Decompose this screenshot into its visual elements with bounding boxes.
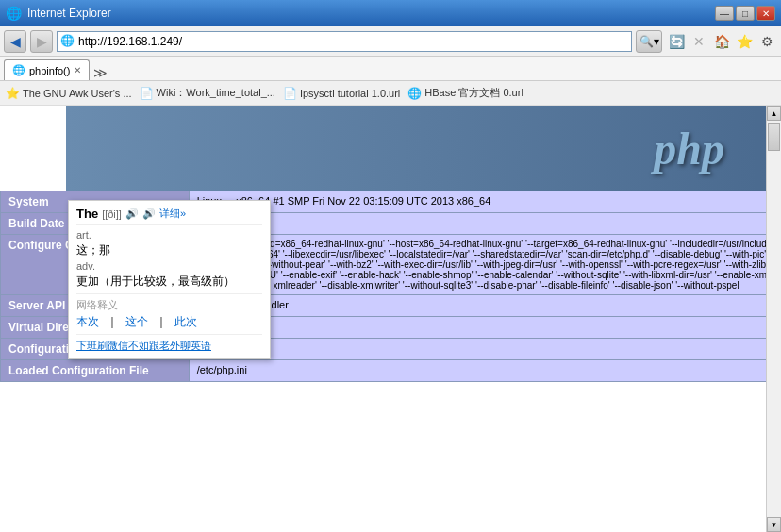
address-ie-icon: 🌐: [60, 34, 75, 47]
close-button[interactable]: ✕: [756, 6, 775, 21]
tooltip-ex-sep-1: ｜: [107, 314, 118, 330]
fav-icon-2: 📄: [283, 87, 297, 100]
tooltip-detail-link[interactable]: 详细»: [159, 207, 186, 221]
back-button[interactable]: ◀: [4, 30, 26, 53]
fav-item-2[interactable]: 📄 Ipsysctl tutorial 1.0.url: [283, 87, 400, 100]
tooltip-ex-1[interactable]: 本次: [76, 314, 99, 330]
tooltip-meaning-adv: 更加（用于比较级，最高级前）: [76, 274, 262, 290]
row-value-loaded-config: /etc/php.ini: [189, 360, 780, 382]
new-tab-button[interactable]: ≫: [91, 65, 109, 80]
row-value-server-api: Apache 2.0 Handler: [189, 295, 780, 317]
tab-phpinfo[interactable]: 🌐 phpinfo() ✕: [4, 59, 90, 80]
tab-close-button[interactable]: ✕: [74, 65, 81, 75]
tooltip-pos-adv: adv.: [76, 260, 262, 272]
fav-item-1[interactable]: 📄 Wiki：Work_time_total_...: [140, 86, 275, 100]
favorites-bar: ⭐ The GNU Awk User's ... 📄 Wiki：Work_tim…: [0, 81, 781, 106]
row-value-configure: './configure' '--build=x86_64-redhat-lin…: [189, 235, 780, 295]
php-logo: php: [654, 123, 724, 175]
row-value-vdir: disabled: [189, 317, 780, 339]
fav-icon-1: 📄: [140, 87, 154, 100]
tooltip-divider-2: [76, 334, 262, 335]
tab-label: phpinfo(): [29, 65, 70, 76]
tooltip-ex-2[interactable]: 这个: [125, 314, 148, 330]
fav-label-2: Ipsysctl tutorial 1.0.url: [300, 88, 400, 99]
row-value-build: [189, 213, 780, 235]
scrollbar-right: ▲ ▼: [766, 106, 781, 532]
tooltip-ex-sep-2: ｜: [156, 314, 167, 330]
scroll-thumb[interactable]: [768, 123, 780, 151]
forward-button[interactable]: ▶: [30, 30, 53, 53]
settings-button[interactable]: ⚙: [756, 31, 777, 52]
window-controls: — □ ✕: [715, 6, 775, 21]
scroll-down-button[interactable]: ▼: [767, 517, 781, 532]
fav-label-0: The GNU Awk User's ...: [23, 88, 132, 99]
home-button[interactable]: 🏠: [711, 31, 732, 52]
tooltip-word: The: [76, 207, 98, 221]
tooltip-popup: The [[ði]] 🔊 🔊 详细» art. 这；那 adv. 更加（用于比较…: [68, 200, 271, 359]
php-header: php: [66, 106, 781, 191]
row-value-system: Linux ... x86_64 #1 SMP Fri Nov 22 03:15…: [189, 191, 780, 213]
tooltip-bottom-link[interactable]: 下班刷微信不如跟老外聊英语: [76, 339, 211, 353]
row-label-loaded-config: Loaded Configuration File: [1, 360, 190, 382]
tooltip-ex-3[interactable]: 此次: [174, 314, 197, 330]
tooltip-audio-btn-1[interactable]: 🔊: [125, 208, 139, 220]
tooltip-examples-row: 本次 ｜ 这个 ｜ 此次: [76, 314, 262, 330]
fav-item-3[interactable]: 🌐 HBase 官方文档 0.url: [407, 86, 523, 100]
tooltip-header: The [[ði]] 🔊 🔊 详细»: [76, 207, 262, 221]
title-bar: 🌐 Internet Explorer — □ ✕: [0, 0, 781, 26]
row-value-config-path: /etc: [189, 339, 780, 360]
stop-button[interactable]: ✕: [689, 31, 709, 52]
fav-label-3: HBase 官方文档 0.url: [424, 86, 523, 100]
tooltip-meaning-art: 这；那: [76, 242, 262, 258]
ie-logo-icon: 🌐: [6, 6, 22, 21]
tab-bar: 🌐 phpinfo() ✕ ≫: [0, 57, 781, 81]
toolbar-icons: 🔄 ✕ 🏠 ⭐ ⚙: [666, 31, 777, 52]
titlebar-left: 🌐 Internet Explorer: [6, 6, 111, 21]
tooltip-phonetic: [[ði]]: [102, 208, 122, 220]
table-row: Loaded Configuration File /etc/php.ini: [1, 360, 781, 382]
fav-icon-0: ⭐: [6, 87, 20, 100]
tooltip-section-label: 网络释义: [76, 293, 262, 312]
scroll-up-button[interactable]: ▲: [767, 106, 781, 121]
tooltip-divider-1: [76, 224, 262, 225]
fav-label-1: Wiki：Work_time_total_...: [157, 86, 275, 100]
fav-item-0[interactable]: ⭐ The GNU Awk User's ...: [6, 87, 132, 100]
window-title: Internet Explorer: [27, 7, 111, 20]
page-content: php System Linux ... x86_64 #1 SMP Fri N…: [0, 106, 781, 532]
tab-icon: 🌐: [12, 64, 25, 76]
minimize-button[interactable]: —: [715, 6, 734, 21]
address-wrapper: 🌐: [57, 31, 632, 52]
tooltip-audio-btn-2[interactable]: 🔊: [142, 208, 156, 220]
tooltip-bottom-link-row: 下班刷微信不如跟老外聊英语: [76, 339, 262, 353]
address-input[interactable]: [57, 31, 632, 52]
refresh-button[interactable]: 🔄: [666, 31, 687, 52]
address-bar: ◀ ▶ 🌐 🔍▾ 🔄 ✕ 🏠 ⭐ ⚙: [0, 26, 781, 57]
content-area: php System Linux ... x86_64 #1 SMP Fri N…: [0, 106, 781, 532]
search-button[interactable]: 🔍▾: [636, 30, 662, 53]
tooltip-pos-art: art.: [76, 229, 262, 241]
favorites-button[interactable]: ⭐: [734, 31, 755, 52]
maximize-button[interactable]: □: [736, 6, 755, 21]
fav-icon-3: 🌐: [407, 87, 422, 100]
